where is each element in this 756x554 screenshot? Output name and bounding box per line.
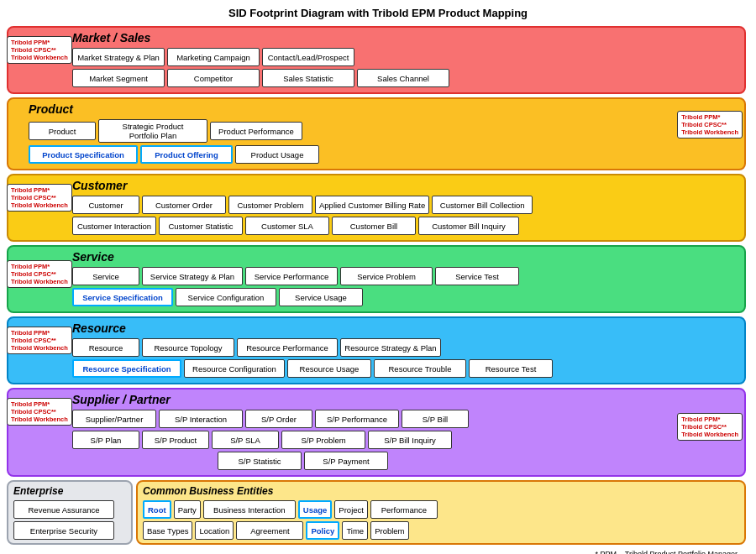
box-market-segment: Market Segment <box>72 69 165 87</box>
box-base-types: Base Types <box>143 521 192 540</box>
market-row1: Market Strategy & Plan Marketing Campaig… <box>72 48 739 66</box>
product-title: Product <box>13 102 739 116</box>
service-row2: Service Specification Service Configurat… <box>72 288 739 306</box>
callout-resource-left: Tribold PPM*Tribold CPSC**Tribold Workbe… <box>7 327 72 354</box>
box-sales-channel: Sales Channel <box>357 69 449 87</box>
product-row1: Product Strategic ProductPortfolio Plan … <box>29 119 739 143</box>
resource-row1: Resource Resource Topology Resource Perf… <box>72 338 739 357</box>
section-common: Common Business Entities Root Party Busi… <box>136 480 746 545</box>
box-service-test: Service Test <box>435 267 519 285</box>
market-row2: Market Segment Competitor Sales Statisti… <box>72 69 739 87</box>
supplier-row2: S/P Plan S/P Product S/P SLA S/P Problem… <box>72 431 739 449</box>
callout-product-right: Tribold PPM*Tribold CPSC**Tribold Workbe… <box>677 111 743 138</box>
box-enterprise-security: Enterprise Security <box>13 521 114 540</box>
callout-customer-left: Tribold PPM*Tribold CPSC**Tribold Workbe… <box>7 184 72 212</box>
box-revenue-assurance: Revenue Assurance <box>13 500 114 519</box>
box-sp-performance: S/P Performance <box>315 410 399 428</box>
box-sp-problem: S/P Problem <box>281 431 365 449</box>
box-service-strategy: Service Strategy & Plan <box>142 267 243 285</box>
box-sp-bill: S/P Bill <box>402 410 469 428</box>
box-customer-sla: Customer SLA <box>245 217 329 235</box>
box-problem: Problem <box>370 521 408 540</box>
box-service: Service <box>72 267 139 285</box>
supplier-row1: Supplier/Partner S/P Interaction S/P Ord… <box>72 410 739 428</box>
box-service-performance: Service Performance <box>245 267 338 285</box>
box-sp-interaction: S/P Interaction <box>159 410 243 428</box>
callout-service-left: Tribold PPM*Tribold CPSC**Tribold Workbe… <box>7 260 72 288</box>
customer-title: Customer <box>13 179 739 192</box>
bottom-section: Enterprise Revenue Assurance Enterprise … <box>7 480 746 545</box>
box-strategic-product: Strategic ProductPortfolio Plan <box>98 119 207 143</box>
box-root: Root <box>143 500 171 519</box>
section-enterprise: Enterprise Revenue Assurance Enterprise … <box>7 480 133 545</box>
resource-title: Resource <box>13 321 739 335</box>
box-contact-lead: Contact/Lead/Prospect <box>262 48 354 66</box>
box-resource-usage: Resource Usage <box>287 359 371 378</box>
supplier-row3: S/P Statistic S/P Payment <box>72 452 739 470</box>
box-sp-statistic: S/P Statistic <box>218 452 302 470</box>
box-resource: Resource <box>72 338 139 357</box>
box-marketing-campaign: Marketing Campaign <box>167 48 260 66</box>
common-row1: Root Party Business Interaction Usage Pr… <box>143 500 739 519</box>
box-customer-order: Customer Order <box>142 196 226 214</box>
box-sp-product: S/P Product <box>142 431 209 449</box>
section-product: Tribold PPM*Tribold CPSC**Tribold Workbe… <box>7 97 746 170</box>
section-resource: Tribold PPM*Tribold CPSC**Tribold Workbe… <box>7 316 746 384</box>
box-product-usage: Product Usage <box>235 145 319 164</box>
service-title: Service <box>13 250 739 264</box>
box-resource-spec: Resource Specification <box>72 359 181 378</box>
box-resource-topology: Resource Topology <box>142 338 234 357</box>
box-service-problem: Service Problem <box>340 267 433 285</box>
supplier-title: Supplier / Partner <box>13 393 739 406</box>
box-service-spec: Service Specification <box>72 288 173 306</box>
box-resource-config: Resource Configuration <box>184 359 285 378</box>
box-resource-trouble: Resource Trouble <box>374 359 466 378</box>
service-row1: Service Service Strategy & Plan Service … <box>72 267 739 285</box>
common-title: Common Business Entities <box>143 485 739 497</box>
legend: * PPM – Tribold Product Portfolio Manage… <box>7 550 746 554</box>
section-market: Tribold PPM*Tribold CPSC**Tribold Workbe… <box>7 26 746 94</box>
box-resource-strategy: Resource Strategy & Plan <box>340 338 441 357</box>
diagram: Tribold PPM*Tribold CPSC**Tribold Workbe… <box>7 26 746 554</box>
box-applied-billing: Applied Customer Billing Rate <box>315 196 429 214</box>
box-product-spec: Product Specification <box>29 145 138 164</box>
box-competitor: Competitor <box>167 69 260 87</box>
market-title: Market / Sales <box>13 31 739 44</box>
box-sales-statistic: Sales Statistic <box>262 69 354 87</box>
product-row2: Product Specification Product Offering P… <box>29 145 739 164</box>
callout-supplier-left: Tribold PPM*Tribold CPSC**Tribold Workbe… <box>7 398 72 426</box>
enterprise-title: Enterprise <box>13 485 126 497</box>
box-performance: Performance <box>370 500 438 519</box>
box-service-usage: Service Usage <box>279 288 363 306</box>
box-policy: Policy <box>306 521 339 540</box>
box-customer-problem: Customer Problem <box>228 196 312 214</box>
box-product-offering: Product Offering <box>140 145 233 164</box>
customer-row1: Customer Customer Order Customer Problem… <box>72 196 739 214</box>
box-project: Project <box>334 500 368 519</box>
customer-row2: Customer Interaction Customer Statistic … <box>72 217 739 235</box>
box-customer: Customer <box>72 196 139 214</box>
box-supplier-partner: Supplier/Partner <box>72 410 156 428</box>
box-product-performance: Product Performance <box>210 122 302 140</box>
section-service: Tribold PPM*Tribold CPSC**Tribold Workbe… <box>7 245 746 313</box>
callout-market-left: Tribold PPM*Tribold CPSC**Tribold Workbe… <box>7 36 72 64</box>
legend-line1: * PPM – Tribold Product Portfolio Manage… <box>7 550 738 554</box>
box-usage: Usage <box>298 500 333 519</box>
enterprise-row2: Enterprise Security <box>13 521 126 540</box>
page-title: SID Footprint Diagram with Tribold EPM P… <box>7 7 749 19</box>
box-customer-bill-inq: Customer Bill Inquiry <box>418 217 519 235</box>
box-party: Party <box>174 500 201 519</box>
section-customer: Tribold PPM*Tribold CPSC**Tribold Workbe… <box>7 174 746 242</box>
box-service-config: Service Configuration <box>176 288 276 306</box>
box-resource-performance: Resource Performance <box>237 338 338 357</box>
box-sp-plan: S/P Plan <box>72 431 139 449</box>
box-customer-bill-coll: Customer Bill Collection <box>432 196 533 214</box>
section-supplier: Tribold PPM*Tribold CPSC**Tribold Workbe… <box>7 388 746 477</box>
box-sp-sla: S/P SLA <box>212 431 279 449</box>
box-location: Location <box>195 521 234 540</box>
box-resource-test: Resource Test <box>469 359 553 378</box>
box-product: Product <box>29 122 96 140</box>
box-market-strategy: Market Strategy & Plan <box>72 48 165 66</box>
box-sp-bill-inquiry: S/P Bill Inquiry <box>368 431 452 449</box>
box-sp-payment: S/P Payment <box>304 452 388 470</box>
